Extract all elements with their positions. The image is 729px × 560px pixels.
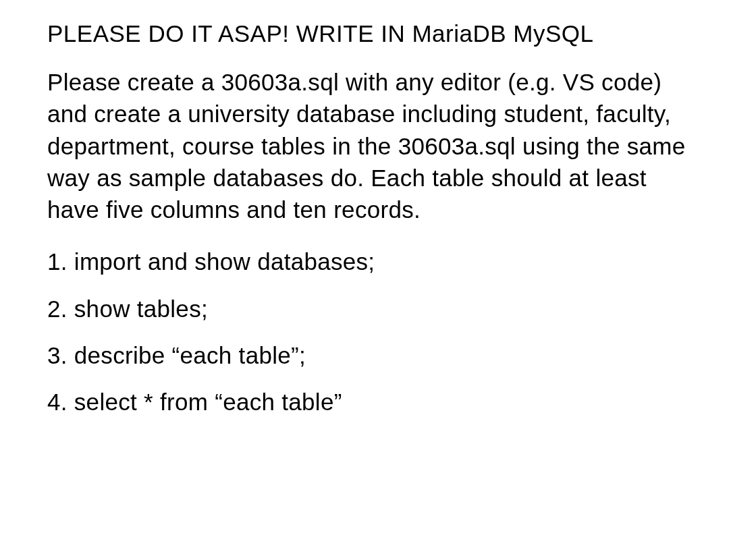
document-heading: PLEASE DO IT ASAP! WRITE IN MariaDB MySQ… xyxy=(47,20,688,47)
list-item-1: 1. import and show databases; xyxy=(47,246,688,277)
list-item-3: 3. describe “each table”; xyxy=(47,339,688,371)
list-item-2: 2. show tables; xyxy=(47,293,688,325)
list-item-4: 4. select * from “each table” xyxy=(47,386,688,418)
document-paragraph: Please create a 30603a.sql with any edit… xyxy=(47,66,688,225)
